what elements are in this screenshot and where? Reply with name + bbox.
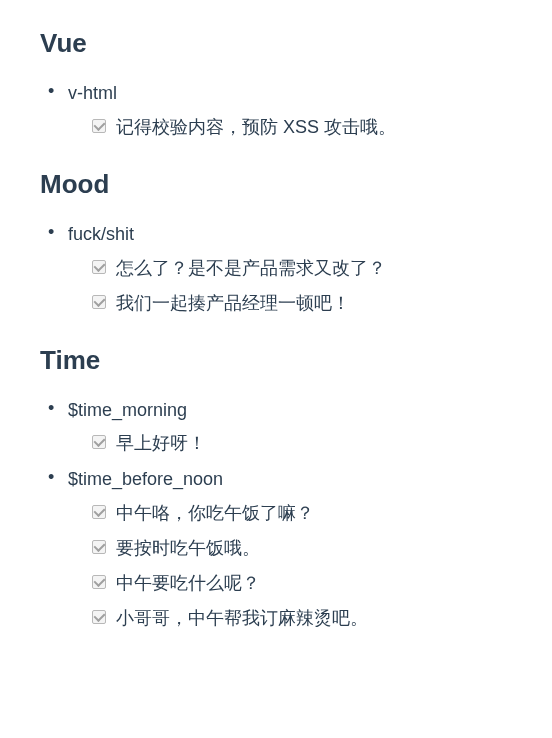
checkbox-item: 记得校验内容，预防 XSS 攻击哦。 [92,114,512,141]
list-item-label: v-html [68,83,117,103]
checkbox-checked-icon[interactable] [92,435,106,449]
checkbox-checked-icon[interactable] [92,295,106,309]
list-item: fuck/shit 怎么了？是不是产品需求又改了？ 我们一起揍产品经理一顿吧！ [68,220,512,317]
list-item-label: fuck/shit [68,224,134,244]
section-heading: Mood [40,169,512,200]
section-mood: Mood fuck/shit 怎么了？是不是产品需求又改了？ 我们一起揍产品经理… [40,169,512,317]
checkbox-item: 要按时吃午饭哦。 [92,535,512,562]
list-item: $time_morning 早上好呀！ [68,396,512,458]
checkbox-list: 中午咯，你吃午饭了嘛？ 要按时吃午饭哦。 中午要吃什么呢？ 小哥哥，中午帮我订麻… [68,500,512,632]
checkbox-item: 中午要吃什么呢？ [92,570,512,597]
bullet-list: v-html 记得校验内容，预防 XSS 攻击哦。 [40,79,512,141]
checkbox-item: 我们一起揍产品经理一顿吧！ [92,290,512,317]
checkbox-label: 中午要吃什么呢？ [116,570,260,597]
checkbox-checked-icon[interactable] [92,540,106,554]
list-item-label: $time_morning [68,400,187,420]
checkbox-checked-icon[interactable] [92,119,106,133]
checkbox-checked-icon[interactable] [92,575,106,589]
checkbox-item: 中午咯，你吃午饭了嘛？ [92,500,512,527]
checkbox-item: 怎么了？是不是产品需求又改了？ [92,255,512,282]
list-item: $time_before_noon 中午咯，你吃午饭了嘛？ 要按时吃午饭哦。 中… [68,465,512,632]
bullet-list: fuck/shit 怎么了？是不是产品需求又改了？ 我们一起揍产品经理一顿吧！ [40,220,512,317]
section-time: Time $time_morning 早上好呀！ $time_before_no… [40,345,512,633]
checkbox-label: 记得校验内容，预防 XSS 攻击哦。 [116,114,396,141]
checkbox-list: 记得校验内容，预防 XSS 攻击哦。 [68,114,512,141]
checkbox-label: 怎么了？是不是产品需求又改了？ [116,255,386,282]
list-item-label: $time_before_noon [68,469,223,489]
checkbox-label: 中午咯，你吃午饭了嘛？ [116,500,314,527]
checkbox-checked-icon[interactable] [92,610,106,624]
checkbox-checked-icon[interactable] [92,505,106,519]
checkbox-label: 我们一起揍产品经理一顿吧！ [116,290,350,317]
checkbox-label: 早上好呀！ [116,430,206,457]
bullet-list: $time_morning 早上好呀！ $time_before_noon 中午… [40,396,512,633]
checkbox-label: 要按时吃午饭哦。 [116,535,260,562]
list-item: v-html 记得校验内容，预防 XSS 攻击哦。 [68,79,512,141]
section-heading: Vue [40,28,512,59]
checkbox-item: 小哥哥，中午帮我订麻辣烫吧。 [92,605,512,632]
checkbox-list: 早上好呀！ [68,430,512,457]
section-vue: Vue v-html 记得校验内容，预防 XSS 攻击哦。 [40,28,512,141]
checkbox-label: 小哥哥，中午帮我订麻辣烫吧。 [116,605,368,632]
section-heading: Time [40,345,512,376]
checkbox-list: 怎么了？是不是产品需求又改了？ 我们一起揍产品经理一顿吧！ [68,255,512,317]
checkbox-item: 早上好呀！ [92,430,512,457]
checkbox-checked-icon[interactable] [92,260,106,274]
